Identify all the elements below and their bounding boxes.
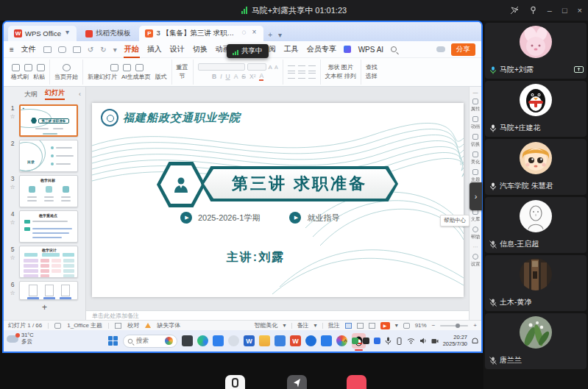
bold-button[interactable]: B xyxy=(212,73,216,80)
paste-icon[interactable] xyxy=(24,64,32,71)
play-from-current-icon[interactable] xyxy=(63,64,71,71)
blue-grid-app-icon[interactable] xyxy=(321,335,332,346)
indent-icon[interactable] xyxy=(308,65,316,71)
beautify-label[interactable]: 智能美化 xyxy=(255,321,278,329)
redo-icon[interactable]: ↻ xyxy=(100,46,106,54)
section-label[interactable]: 节 xyxy=(180,73,185,79)
underline-button[interactable]: U xyxy=(226,73,230,80)
wps-docs-icon[interactable]: W xyxy=(244,335,255,346)
zoom-slider[interactable] xyxy=(440,325,468,326)
meeting-tool-button[interactable] xyxy=(225,375,245,389)
doc-close-icon[interactable]: × xyxy=(250,28,258,38)
edge-icon[interactable] xyxy=(197,335,208,346)
tool-settings[interactable]: 设置 xyxy=(470,254,481,268)
menu-file[interactable]: 文件 xyxy=(21,43,37,56)
tool-animation[interactable]: 动画 xyxy=(470,116,481,130)
slide-thumb-2[interactable]: 2 目录 xyxy=(4,138,85,174)
fit-window-icon[interactable] xyxy=(403,323,410,329)
align-center-icon[interactable] xyxy=(298,73,305,79)
cloud-sync-icon[interactable] xyxy=(436,46,445,52)
layout-label[interactable]: 版式 xyxy=(155,73,167,81)
slide-thumb-3[interactable]: 3☆ 教学目标 xyxy=(4,174,85,209)
tray-wifi-icon[interactable] xyxy=(407,338,415,344)
tool-library[interactable]: 文库 xyxy=(470,209,481,223)
paste-label[interactable]: 粘贴 xyxy=(33,73,45,81)
ai-page-icon[interactable] xyxy=(123,64,131,71)
save-icon[interactable] xyxy=(43,46,52,53)
export-icon[interactable] xyxy=(73,46,81,53)
missing-font-label[interactable]: 缺失字体 xyxy=(157,321,180,329)
menu-home[interactable]: 开始 xyxy=(124,43,140,56)
tray-app-icon-3[interactable] xyxy=(374,338,380,344)
char-border-button[interactable]: A xyxy=(234,73,238,80)
align-left-icon[interactable] xyxy=(288,73,295,79)
close-button[interactable]: × xyxy=(578,6,582,15)
font-family-select[interactable] xyxy=(198,63,245,71)
slide-thumb-5[interactable]: 5☆ 教学设计 xyxy=(4,244,85,279)
search-highlight-icon[interactable] xyxy=(165,337,173,345)
ai-page-label[interactable]: AI生成单页 xyxy=(121,73,151,81)
new-slide-label[interactable]: 新建幻灯片 xyxy=(88,73,117,81)
minimize-button[interactable]: – xyxy=(548,6,552,15)
arrange-label[interactable]: 排列 xyxy=(344,73,356,79)
textbox-label[interactable]: 文本框 xyxy=(325,73,343,79)
tray-mic-icon[interactable] xyxy=(385,337,392,345)
tool-theme[interactable]: 主题 xyxy=(470,169,481,183)
taskbar-clock[interactable]: 20:27 2025/7/30 xyxy=(443,335,467,347)
collapse-tools-icon[interactable]: — xyxy=(473,90,478,95)
new-slide-icon[interactable] xyxy=(110,64,118,71)
normal-view-icon[interactable] xyxy=(345,323,352,329)
participant-tile[interactable]: 汽车学院 朱慧君 xyxy=(485,139,587,195)
increase-font-icon[interactable]: A xyxy=(269,64,272,71)
maximize-button[interactable]: □ xyxy=(562,6,567,15)
new-tab-button[interactable]: + xyxy=(266,31,274,41)
tray-app-icon-1[interactable] xyxy=(352,338,358,344)
comments-label[interactable]: 批注 xyxy=(328,321,340,329)
picture-label[interactable]: 图片 xyxy=(341,64,353,71)
sorter-view-icon[interactable] xyxy=(357,323,364,329)
pin-icon[interactable] xyxy=(529,6,537,15)
tray-app-icon-2[interactable] xyxy=(363,338,369,344)
hamburger-menu-icon[interactable]: ≡ xyxy=(10,46,14,54)
share-document-button[interactable]: 分享 xyxy=(451,43,475,56)
reset-label[interactable]: 重置 xyxy=(177,64,188,71)
font-size-select[interactable] xyxy=(247,63,266,71)
line-spacing-icon[interactable] xyxy=(308,73,316,79)
menu-insert[interactable]: 插入 xyxy=(146,43,163,56)
proofread-label[interactable]: 校对 xyxy=(127,321,139,329)
start-button[interactable] xyxy=(108,336,118,346)
menu-member[interactable]: 会员专享 xyxy=(306,43,337,56)
menu-design[interactable]: 设计 xyxy=(169,43,185,56)
slide-thumb-4[interactable]: 4☆ 教学重难点 xyxy=(4,209,85,244)
panel-expander-handle[interactable]: › xyxy=(470,182,482,210)
help-center-chip[interactable]: 帮助中心 xyxy=(440,215,470,226)
cut-icon[interactable] xyxy=(37,64,45,71)
superscript-button[interactable]: X² xyxy=(249,73,256,80)
menu-wps-ai[interactable]: WPS AI xyxy=(358,44,384,55)
wps-office-icon[interactable]: W xyxy=(290,335,301,346)
slide-page[interactable]: 福建船政交通职业学院 第三讲 求职准备 xyxy=(92,103,464,297)
document-tab[interactable]: P 3 【集备】第三讲 求职准备 ◌ × xyxy=(139,26,263,41)
menu-transition[interactable]: 切换 xyxy=(192,43,208,56)
theme-name[interactable]: 1_Office 主题 xyxy=(67,321,102,329)
participant-tile[interactable]: 马院+庄建花 xyxy=(485,81,587,137)
notes-toggle-label[interactable]: 备注 xyxy=(297,321,309,329)
tray-volume-icon[interactable] xyxy=(419,338,427,344)
play-caret[interactable]: ▾ xyxy=(395,322,398,329)
font-color-button[interactable]: A xyxy=(259,72,263,81)
store-icon[interactable] xyxy=(213,335,224,346)
play-from-current-label[interactable]: 当页开始 xyxy=(54,73,78,81)
add-slide-button[interactable]: + xyxy=(4,301,85,314)
collapse-panel-icon[interactable]: ‹ xyxy=(79,90,81,98)
weather-widget[interactable]: 31°C 多云 xyxy=(7,332,34,345)
file-explorer-icon[interactable] xyxy=(259,335,270,346)
print-icon[interactable] xyxy=(58,46,66,53)
mail-icon[interactable] xyxy=(274,335,286,346)
layout-icon[interactable] xyxy=(135,64,144,71)
wps-home-tab[interactable]: W WPS Office ▾ xyxy=(8,26,77,41)
undo-icon[interactable]: ↺ xyxy=(88,46,93,54)
tab-outline[interactable]: 大纲 xyxy=(24,90,38,99)
docer-template-tab[interactable]: 找稻壳模板 xyxy=(79,26,137,41)
participant-tile[interactable]: 土木-黄净 xyxy=(485,255,587,311)
zoom-level[interactable]: 91% xyxy=(415,322,427,329)
